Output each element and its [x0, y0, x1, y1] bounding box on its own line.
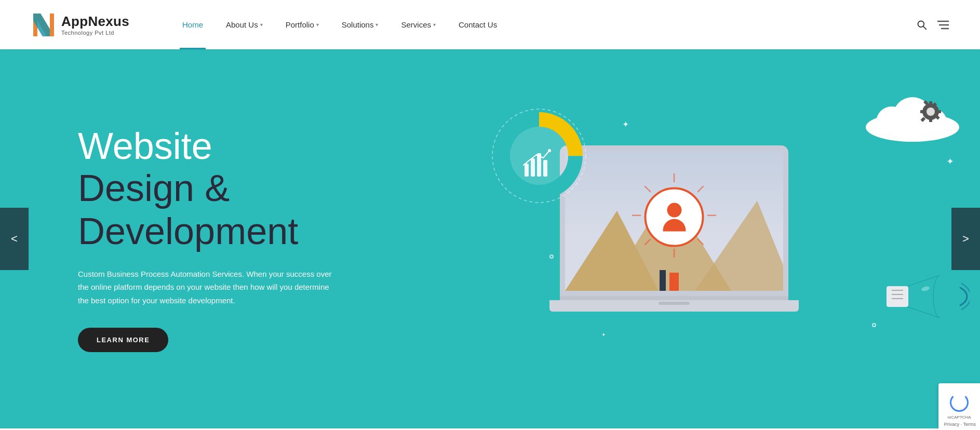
- hero-title-dark-2: Development: [78, 210, 298, 252]
- carousel-next-button[interactable]: >: [951, 208, 980, 270]
- brand-tagline: Technology Pvt Ltd: [61, 30, 129, 36]
- hero-title-white: Website: [78, 125, 212, 167]
- nav-contact[interactable]: Contact Us: [447, 0, 508, 49]
- star-decoration: ✦: [946, 156, 954, 167]
- svg-rect-23: [929, 118, 932, 122]
- svg-point-44: [951, 275, 962, 318]
- carousel-prev-button[interactable]: <: [0, 208, 29, 270]
- svg-rect-12: [531, 158, 535, 177]
- nav-home[interactable]: Home: [171, 0, 214, 49]
- pie-chart-illustration: [487, 104, 591, 210]
- header: AppNexus Technology Pvt Ltd Home About U…: [0, 0, 980, 49]
- nav-portfolio[interactable]: Portfolio ▾: [274, 0, 330, 49]
- svg-rect-25: [920, 110, 924, 113]
- hero-title-dark-1: Design &: [78, 167, 230, 209]
- dot-decoration: [872, 323, 876, 327]
- learn-more-button[interactable]: LEARN MORE: [78, 328, 168, 352]
- recaptcha-spinner: [950, 393, 969, 412]
- svg-line-37: [698, 186, 703, 192]
- brand-name: AppNexus: [61, 14, 129, 30]
- svg-rect-45: [887, 286, 908, 307]
- cloud-gear-illustration: [855, 93, 970, 145]
- hero-description: Custom Business Process Automation Servi…: [78, 267, 338, 307]
- logo-icon: [31, 11, 56, 38]
- star-decoration: ✦: [622, 119, 629, 129]
- nav-services[interactable]: Services ▾: [390, 0, 447, 49]
- dot-decoration: [549, 254, 554, 259]
- svg-line-3: [923, 26, 926, 29]
- svg-line-38: [645, 186, 650, 192]
- svg-rect-11: [525, 164, 529, 177]
- svg-rect-14: [543, 160, 547, 177]
- privacy-terms-link[interactable]: Privacy · Terms: [942, 421, 978, 428]
- chevron-down-icon: ▾: [316, 22, 319, 28]
- nav-solutions[interactable]: Solutions ▾: [330, 0, 390, 49]
- nav-utility-icons: [917, 20, 949, 30]
- hero-content: Website Design & Development Custom Busi…: [0, 126, 518, 352]
- logo[interactable]: AppNexus Technology Pvt Ltd: [31, 11, 129, 38]
- svg-line-40: [645, 239, 650, 245]
- search-button[interactable]: [917, 20, 927, 30]
- hero-section: < Website Design & Development Custom Bu…: [0, 49, 980, 428]
- chevron-down-icon: ▾: [433, 22, 436, 28]
- star-decoration: ✦: [601, 332, 606, 338]
- svg-point-15: [548, 149, 551, 152]
- hero-illustration: ✦ ✦ ✦ ✦ ✦: [518, 88, 980, 389]
- svg-point-21: [927, 108, 935, 116]
- laptop-illustration: [560, 145, 799, 312]
- chevron-down-icon: ▾: [260, 22, 263, 28]
- recaptcha-label: reCAPTCHA: [947, 415, 971, 420]
- svg-line-39: [698, 239, 703, 245]
- main-nav: Home About Us ▾ Portfolio ▾ Solutions ▾ …: [171, 0, 917, 49]
- svg-rect-22: [929, 101, 932, 105]
- chevron-down-icon: ▾: [375, 22, 378, 28]
- menu-button[interactable]: [937, 20, 949, 30]
- nav-about[interactable]: About Us ▾: [214, 0, 274, 49]
- svg-rect-24: [937, 110, 941, 113]
